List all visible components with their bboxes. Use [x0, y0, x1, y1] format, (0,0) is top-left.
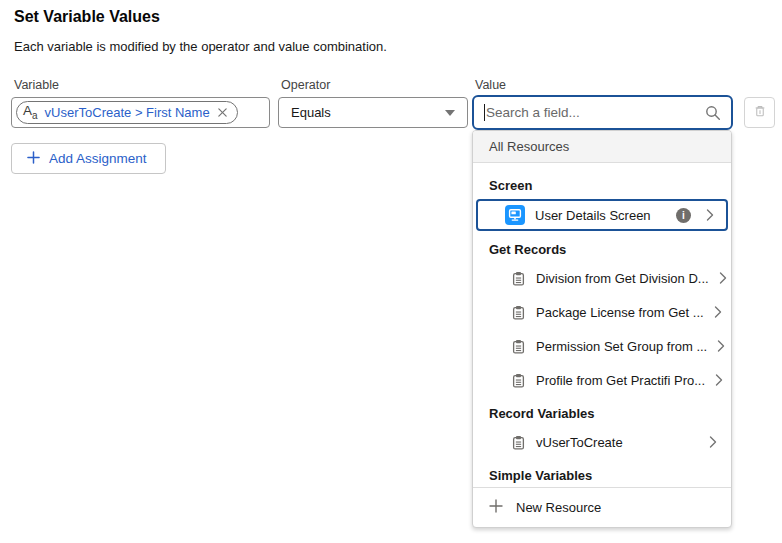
resource-list: Screen User Details Screen i Get Records	[473, 163, 731, 487]
variable-input[interactable]: Aa vUserToCreate > First Name	[11, 97, 270, 128]
record-icon	[511, 339, 526, 354]
plus-icon	[27, 151, 40, 167]
section-title-simple-variables: Simple Variables	[473, 459, 731, 487]
record-icon	[511, 373, 526, 388]
add-assignment-button[interactable]: Add Assignment	[11, 143, 166, 174]
add-assignment-label: Add Assignment	[49, 151, 147, 166]
resource-item-label: Permission Set Group from ...	[536, 339, 707, 354]
search-icon	[705, 105, 721, 121]
page-subtitle: Each variable is modified by the operato…	[14, 39, 387, 54]
text-type-icon: Aa	[23, 104, 38, 121]
variable-label: Variable	[14, 78, 59, 92]
plus-icon	[489, 499, 503, 516]
chevron-right-icon	[717, 340, 725, 352]
value-search-input[interactable]	[486, 105, 699, 120]
delete-assignment-button[interactable]	[744, 97, 775, 128]
resource-item-profile[interactable]: Profile from Get Practifi Pro...	[473, 363, 731, 397]
record-icon	[511, 435, 526, 450]
resource-item-vusertocreate[interactable]: vUserToCreate	[473, 425, 731, 459]
resource-item-division[interactable]: Division from Get Division D...	[473, 261, 731, 295]
operator-select[interactable]: Equals	[278, 97, 468, 128]
resource-item-label: User Details Screen	[535, 208, 666, 223]
resource-item-label: Package License from Get ...	[536, 305, 704, 320]
resource-item-label: Division from Get Division D...	[536, 271, 709, 286]
page-title: Set Variable Values	[14, 8, 160, 26]
info-icon[interactable]: i	[676, 208, 691, 223]
new-resource-label: New Resource	[516, 500, 601, 515]
resource-item-package-license[interactable]: Package License from Get ...	[473, 295, 731, 329]
resource-item-permission-set-group[interactable]: Permission Set Group from ...	[473, 329, 731, 363]
operator-selected-value: Equals	[291, 105, 331, 120]
chevron-right-icon	[715, 374, 723, 386]
variable-pill-label: vUserToCreate > First Name	[45, 105, 210, 120]
all-resources-header: All Resources	[473, 131, 731, 163]
chevron-right-icon	[714, 306, 722, 318]
chevron-down-icon	[445, 110, 455, 116]
chevron-right-icon	[719, 272, 727, 284]
resource-item-user-details-screen[interactable]: User Details Screen i	[476, 199, 728, 231]
chevron-right-icon	[709, 436, 717, 448]
operator-label: Operator	[281, 78, 330, 92]
screen-icon	[505, 205, 525, 225]
section-title-screen: Screen	[473, 169, 731, 197]
resource-picker-dropdown: All Resources Screen User Details Screen…	[472, 130, 732, 528]
value-search-box[interactable]	[472, 95, 733, 130]
new-resource-button[interactable]: New Resource	[473, 487, 731, 527]
resource-item-label: Profile from Get Practifi Pro...	[536, 373, 705, 388]
section-title-record-variables: Record Variables	[473, 397, 731, 425]
remove-pill-icon[interactable]	[217, 107, 228, 118]
record-icon	[511, 271, 526, 286]
value-label: Value	[475, 78, 506, 92]
text-cursor	[484, 104, 485, 121]
section-title-get-records: Get Records	[473, 233, 731, 261]
chevron-right-icon	[706, 209, 714, 221]
trash-icon	[753, 104, 767, 121]
record-icon	[511, 305, 526, 320]
resource-item-label: vUserToCreate	[536, 435, 623, 450]
variable-pill[interactable]: Aa vUserToCreate > First Name	[16, 101, 238, 124]
